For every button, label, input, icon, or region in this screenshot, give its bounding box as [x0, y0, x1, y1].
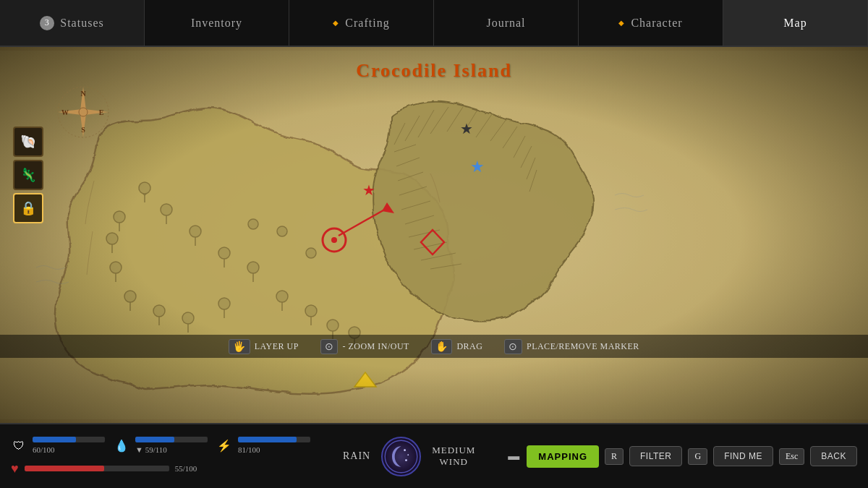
svg-text:S: S — [81, 126, 85, 134]
bottom-health: ♥ 55/100 — [11, 461, 310, 476]
compass-rose: N S W E — [54, 83, 112, 141]
mapping-button[interactable]: MAPPING — [527, 445, 599, 468]
ctrl-zoom: ⊙ - ZOOM IN/OUT — [320, 339, 409, 354]
svg-point-37 — [218, 298, 230, 309]
health-bar-fill — [25, 466, 104, 471]
svg-point-41 — [153, 305, 165, 317]
layer-up-icon: 🖐 — [229, 339, 250, 354]
svg-point-75 — [407, 454, 409, 455]
nav-journal-label: Journal — [486, 17, 525, 30]
island-map: ★ ★ ★ — [0, 47, 868, 423]
top-navigation: 3 Statuses Inventory ◆ Crafting Journal … — [0, 0, 868, 47]
nav-character[interactable]: ◆ Character — [579, 0, 723, 46]
dash-icon: ▬ — [508, 450, 519, 463]
wind-label: MEDIUM WIND — [432, 445, 475, 468]
health-label: 55/100 — [175, 464, 211, 473]
nav-inventory[interactable]: Inventory — [145, 0, 289, 46]
drag-label: DRAG — [456, 341, 482, 352]
zoom-icon: ⊙ — [320, 339, 339, 354]
ctrl-drag: ✋ DRAG — [431, 339, 483, 354]
svg-point-29 — [161, 204, 172, 215]
red-star-marker: ★ — [362, 182, 375, 198]
lightning-icon: ⚡ — [216, 438, 232, 454]
hp-bar-fill — [33, 437, 76, 442]
svg-point-76 — [405, 459, 407, 461]
side-icon-1[interactable]: 🐚 — [13, 127, 43, 157]
nav-map-label: Map — [783, 17, 807, 30]
statuses-badge: 3 — [40, 16, 54, 30]
water-bar-fill — [135, 437, 174, 442]
compass-clock — [381, 437, 421, 476]
back-key: Esc — [779, 448, 804, 465]
svg-point-53 — [305, 305, 317, 317]
stats-section: 🛡 60/100 💧 ▼ 59/110 — [11, 437, 310, 476]
nav-journal[interactable]: Journal — [434, 0, 579, 46]
svg-point-73 — [385, 440, 417, 473]
side-icon-2[interactable]: 🦎 — [13, 160, 43, 190]
filter-key: R — [605, 448, 624, 465]
water-stat: 💧 ▼ 59/110 — [114, 437, 208, 455]
filter-button[interactable]: FILTER — [629, 446, 682, 466]
right-buttons: ▬ MAPPING R FILTER G FIND ME Esc BACK — [508, 445, 857, 468]
svg-point-39 — [182, 312, 194, 324]
svg-point-31 — [190, 226, 201, 237]
findme-key: G — [688, 448, 707, 465]
svg-point-58 — [306, 248, 316, 258]
svg-point-45 — [110, 262, 122, 273]
svg-point-49 — [114, 211, 125, 223]
water-icon: 💧 — [114, 438, 129, 454]
svg-point-68 — [79, 108, 88, 116]
svg-point-27 — [139, 182, 150, 194]
svg-marker-67 — [85, 109, 109, 115]
svg-text:E: E — [99, 108, 104, 116]
lightning-stat: ⚡ 81/100 — [216, 437, 310, 455]
zoom-label: - ZOOM IN/OUT — [342, 341, 409, 352]
nav-map[interactable]: Map — [723, 0, 868, 46]
hp-stat: 🛡 60/100 — [11, 437, 105, 455]
svg-text:W: W — [61, 108, 69, 116]
hp-label: 60/100 — [33, 445, 55, 454]
side-panel: 🐚 🦎 🔒 — [13, 127, 43, 223]
hp-bar-bg — [33, 437, 105, 442]
crafting-diamond-icon: ◆ — [333, 19, 339, 27]
findme-button[interactable]: FIND ME — [713, 446, 773, 466]
nav-character-label: Character — [631, 17, 682, 30]
svg-point-47 — [106, 233, 118, 244]
ctrl-marker: ⊙ PLACE/REMOVE MARKER — [504, 339, 639, 354]
controls-bar: 🖐 LAYER UP ⊙ - ZOOM IN/OUT ✋ DRAG ⊙ PLAC… — [0, 335, 868, 358]
svg-point-59 — [277, 226, 287, 236]
nav-crafting-label: Crafting — [345, 17, 389, 30]
marker-icon: ⊙ — [504, 339, 522, 354]
lightning-bar-fill — [238, 437, 297, 442]
water-bar-bg — [135, 437, 208, 442]
back-button[interactable]: BACK — [810, 446, 857, 466]
dark-star-marker: ★ — [460, 121, 473, 137]
svg-point-61 — [331, 237, 337, 243]
weather-section: RAIN MEDIUM WIND — [310, 437, 508, 476]
blue-star-marker: ★ — [470, 158, 485, 176]
lightning-bar-bg — [238, 437, 310, 442]
side-icon-3[interactable]: 🔒 — [13, 193, 43, 223]
lightning-label: 81/100 — [238, 445, 260, 454]
heart-icon: ♥ — [11, 461, 19, 476]
nav-crafting[interactable]: ◆ Crafting — [289, 0, 434, 46]
marker-label: PLACE/REMOVE MARKER — [527, 341, 639, 352]
svg-text:N: N — [80, 90, 86, 98]
map-title: Crocodile Island — [356, 60, 512, 82]
nav-statuses[interactable]: 3 Statuses — [0, 0, 145, 46]
nav-inventory-label: Inventory — [191, 17, 242, 30]
weather-label: RAIN — [343, 450, 370, 462]
svg-point-51 — [276, 291, 288, 302]
svg-point-60 — [248, 219, 258, 229]
hp-icon: 🛡 — [11, 438, 27, 454]
map-container[interactable]: ★ ★ ★ — [0, 47, 868, 423]
drag-icon: ✋ — [431, 339, 453, 354]
svg-point-74 — [404, 449, 406, 451]
svg-point-35 — [247, 262, 259, 273]
health-bar-bg — [25, 466, 169, 471]
nav-statuses-label: Statuses — [60, 17, 103, 30]
water-label: ▼ 59/110 — [135, 445, 167, 454]
layer-up-label: LAYER UP — [255, 341, 299, 352]
status-bar: 🛡 60/100 💧 ▼ 59/110 — [0, 423, 868, 488]
svg-point-33 — [218, 247, 230, 259]
